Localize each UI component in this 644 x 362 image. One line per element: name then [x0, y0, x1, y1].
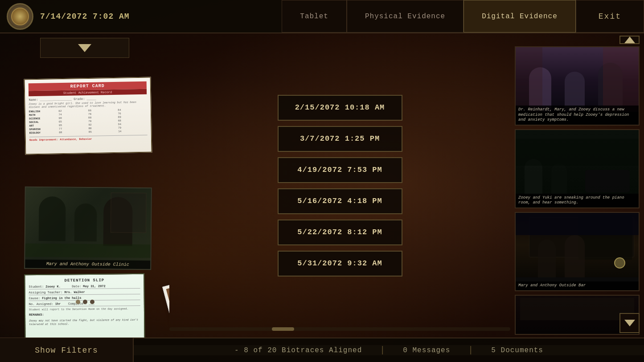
nav-tabs: Tablet Physical Evidence Digital Evidenc… [282, 0, 575, 33]
timeline-date-1: 2/15/2072 10:18 AM [295, 103, 385, 112]
tab-digital-evidence[interactable]: Digital Evidence [464, 0, 576, 33]
timeline-date-5: 5/22/2072 8:12 PM [297, 228, 382, 236]
video-caption-bar-3: Mary and Anthony Outside Bar [516, 281, 639, 290]
timeline-date-2: 3/7/2072 1:25 PM [300, 134, 380, 143]
polaroid-photo[interactable] [162, 272, 169, 338]
report-lines: Name: _________________ Grade: _____ Zoo… [29, 96, 148, 142]
video-thumb-3[interactable]: Mary and Anthony Outside Bar [515, 212, 640, 291]
timeline-entry-3[interactable]: 4/19/2072 7:53 PM [278, 157, 402, 183]
timeline-panel: 2/15/2072 10:18 AM 3/7/2072 1:25 PM 4/19… [169, 33, 510, 338]
grade-grid: ENGLISH828684 MATH747876 SCIENCE908889 S… [29, 108, 148, 135]
left-panel: REPORT CARD Student Achievement Record N… [0, 33, 169, 338]
video-caption-bar-2: Zooey and Yuki are sneaking around the p… [516, 194, 639, 207]
exit-button[interactable]: Exit [576, 0, 644, 33]
video-scene-1 [516, 47, 639, 112]
timeline-entry-2[interactable]: 3/7/2072 1:25 PM [278, 126, 402, 152]
timeline-entry-1[interactable]: 2/15/2072 10:18 AM [278, 95, 402, 121]
main-area: REPORT CARD Student Achievement Record N… [0, 33, 644, 338]
video-caption-text-1: Dr. Reinhardt, Mary, and Zooey discuss a… [518, 107, 636, 123]
detention-student: Student: Zooey K. Date: May 31, 2072 [29, 284, 140, 289]
tab-physical-evidence[interactable]: Physical Evidence [347, 0, 464, 33]
video-scene-3 [516, 213, 639, 277]
timeline-date-6: 5/31/2072 9:32 AM [297, 259, 382, 268]
chevron-down-icon-right [624, 320, 635, 326]
timeline-entry-4[interactable]: 5/16/2072 4:18 PM [278, 188, 402, 214]
right-panel: Dr. Reinhardt, Mary, and Zooey discuss a… [510, 33, 644, 338]
bottom-bar: Show Filters - 8 of 20 Biotraces Aligned… [0, 338, 644, 362]
photo-inner: Mary and Anthony Outside Clinic [25, 187, 151, 269]
timeline-date-3: 4/19/2072 7:53 PM [297, 166, 382, 174]
horizontal-scrollbar[interactable] [169, 327, 510, 331]
photo-caption-clinic: Mary and Anthony Outside Clinic [25, 260, 150, 269]
timeline-entry-6[interactable]: 5/31/2072 9:32 AM [278, 251, 402, 277]
scrollbar-thumb [272, 327, 294, 331]
show-filters-label: Show Filters [35, 346, 98, 355]
biotraces-status: - 8 of 20 Biotraces Aligned [234, 346, 362, 354]
scroll-up-button[interactable] [40, 38, 129, 58]
report-card[interactable]: REPORT CARD Student Achievement Record N… [24, 77, 152, 155]
photo-card-clinic[interactable]: Mary and Anthony Outside Clinic [24, 187, 152, 270]
badge-icon [7, 3, 33, 30]
video-scene-2 [516, 130, 639, 195]
video-caption-text-3: Mary and Anthony Outside Bar [518, 283, 636, 289]
video-thumb-1[interactable]: Dr. Reinhardt, Mary, and Zooey discuss a… [515, 46, 640, 126]
polaroid-inner [166, 276, 169, 336]
scroll-up-right-button[interactable] [619, 36, 640, 44]
timestamp: 7/14/2072 7:02 AM [40, 12, 282, 21]
detention-title: DETENTION SLIP [29, 278, 140, 283]
detention-remarks-text: Zooey may not have started the fight, bu… [29, 318, 140, 327]
documents-status: 5 Documents [491, 346, 543, 354]
status-divider-2: | [468, 345, 473, 355]
detention-inner: DETENTION SLIP Student: Zooey K. Date: M… [25, 274, 144, 338]
top-bar: 7/14/2072 7:02 AM Tablet Physical Eviden… [0, 0, 644, 33]
chevron-up-icon [624, 37, 635, 43]
scroll-down-right-button[interactable] [619, 313, 640, 333]
pagination-dots [76, 300, 94, 304]
badge-inner [11, 8, 29, 25]
messages-status: 0 Messages [403, 346, 450, 354]
video-caption-text-2: Zooey and Yuki are sneaking around the p… [518, 195, 636, 206]
status-divider-1: | [380, 345, 385, 355]
report-card-inner: REPORT CARD Student Achievement Record N… [25, 78, 152, 154]
detention-teacher: Assigning Teacher: Mrs. Walker [29, 290, 140, 295]
detention-slip[interactable]: DETENTION SLIP Student: Zooey K. Date: M… [24, 273, 145, 338]
show-filters-button[interactable]: Show Filters [0, 338, 134, 362]
timeline-date-4: 5/16/2072 4:18 PM [297, 197, 382, 205]
video-thumb-2[interactable]: Zooey and Yuki are sneaking around the p… [515, 129, 640, 208]
detention-remarks-label: REMARKS: [29, 312, 140, 317]
status-bar: - 8 of 20 Biotraces Aligned | 0 Messages… [134, 345, 644, 355]
video-caption-bar-1: Dr. Reinhardt, Mary, and Zooey discuss a… [516, 106, 639, 125]
chevron-down-icon [78, 44, 91, 52]
tab-tablet[interactable]: Tablet [282, 0, 347, 33]
timeline-entry-5[interactable]: 5/22/2072 8:12 PM [278, 220, 402, 245]
